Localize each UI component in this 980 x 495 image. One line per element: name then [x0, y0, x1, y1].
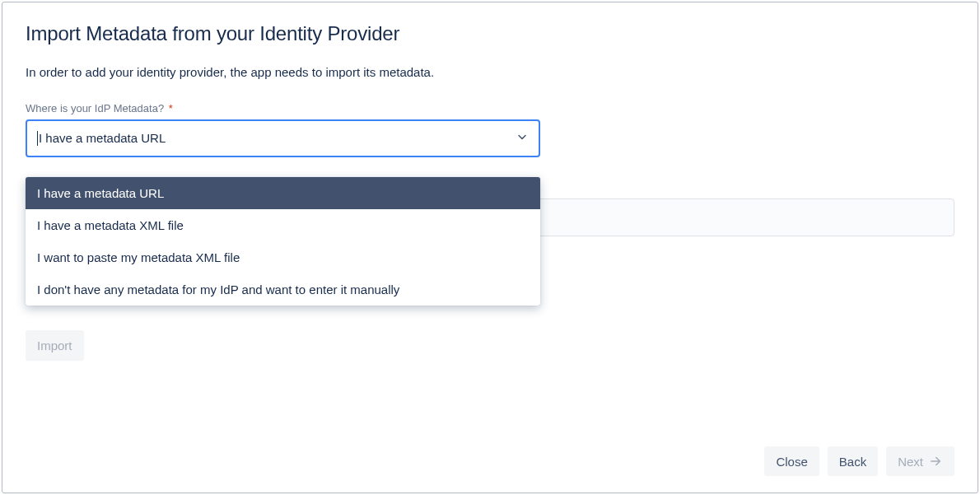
import-button[interactable]: Import — [26, 330, 84, 361]
dropdown-option[interactable]: I want to paste my metadata XML file — [26, 241, 540, 273]
dropdown-option[interactable]: I have a metadata URL — [26, 177, 540, 209]
field-label: Where is your IdP Metadata? * — [26, 102, 954, 114]
dropdown-option[interactable]: I don't have any metadata for my IdP and… — [26, 273, 540, 306]
close-button[interactable]: Close — [764, 446, 819, 476]
field-label-text: Where is your IdP Metadata? — [26, 102, 164, 114]
arrow-right-icon — [928, 454, 943, 469]
chevron-down-icon — [516, 131, 529, 147]
metadata-select[interactable]: I have a metadata URL — [26, 119, 540, 157]
select-value: I have a metadata URL — [37, 131, 166, 146]
import-metadata-modal: Import Metadata from your Identity Provi… — [2, 2, 978, 493]
next-button-label: Next — [898, 455, 923, 469]
back-button[interactable]: Back — [828, 446, 878, 476]
next-button[interactable]: Next — [886, 446, 954, 476]
dropdown-option[interactable]: I have a metadata XML file — [26, 209, 540, 241]
modal-footer: Close Back Next — [26, 430, 954, 476]
metadata-location-field: Where is your IdP Metadata? * I have a m… — [26, 102, 954, 157]
description-text: In order to add your identity provider, … — [26, 65, 954, 79]
page-title: Import Metadata from your Identity Provi… — [26, 22, 954, 45]
metadata-select-wrap: I have a metadata URL I have a metadata … — [26, 119, 540, 157]
metadata-dropdown: I have a metadata URL I have a metadata … — [26, 177, 540, 306]
required-marker: * — [169, 102, 173, 114]
